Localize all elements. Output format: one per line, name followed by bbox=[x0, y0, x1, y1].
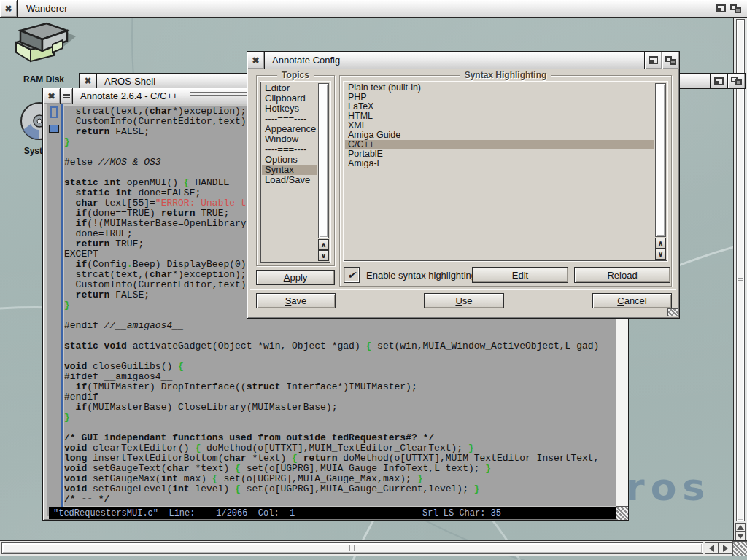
syntax-scrollbar[interactable] bbox=[655, 83, 666, 237]
code-line[interactable]: void setGaugeMax(int max) { set(o[UGPRG]… bbox=[64, 474, 616, 484]
list-item[interactable]: Amiga Guide bbox=[345, 131, 654, 140]
editor-gutter[interactable] bbox=[47, 104, 63, 516]
dialog-separator bbox=[250, 289, 676, 290]
list-item[interactable]: Options bbox=[262, 155, 317, 165]
scroll-down-button[interactable] bbox=[735, 532, 746, 540]
list-item[interactable]: PortablE bbox=[345, 149, 654, 159]
code-line[interactable]: void setGaugeText(char *text) { set(o[UG… bbox=[64, 464, 616, 474]
code-line[interactable]: if(MUIMasterBase) CloseLibrary(MUIMaster… bbox=[64, 402, 616, 413]
iconify-icon[interactable] bbox=[61, 88, 73, 104]
zoom-icon[interactable] bbox=[644, 52, 662, 69]
hscroll-track[interactable] bbox=[1, 542, 703, 554]
depth-icon[interactable] bbox=[728, 0, 743, 17]
syntax-list: Plain text (built-in)PHPLaTeXHTMLXMLAmig… bbox=[345, 83, 654, 260]
topics-scroll-thumb[interactable] bbox=[320, 85, 328, 237]
close-icon[interactable]: ✖ bbox=[80, 74, 97, 88]
desktop-horizontal-scrollbar[interactable] bbox=[0, 540, 747, 556]
dialog-titlebar[interactable]: ✖ Annotate Config bbox=[247, 52, 679, 69]
scroll-up-button[interactable] bbox=[735, 523, 746, 532]
code-line[interactable]: /* GUI independant functions used from o… bbox=[64, 433, 616, 443]
status-file-position: "tedRequestersMUI.c" Line: 1/2066 Col: 1 bbox=[53, 508, 295, 518]
topics-group-label: Topics bbox=[277, 70, 314, 80]
list-item[interactable]: Window bbox=[262, 134, 317, 144]
list-item[interactable]: ----===---- bbox=[262, 144, 317, 155]
depth-icon[interactable] bbox=[727, 74, 745, 88]
desktop-vertical-scrollbar[interactable] bbox=[733, 18, 747, 540]
close-glyph: ✖ bbox=[47, 91, 55, 101]
close-icon[interactable]: ✖ bbox=[43, 88, 61, 104]
scroll-right-button[interactable] bbox=[719, 542, 732, 554]
zoom-icon[interactable] bbox=[710, 74, 727, 88]
code-line[interactable]: } bbox=[64, 413, 616, 423]
list-item[interactable]: C/C++ bbox=[345, 140, 654, 149]
disk-drive-icon bbox=[9, 20, 79, 70]
down-chevron-icon: ∨ bbox=[657, 250, 663, 258]
syntax-scroll-up-button[interactable]: ∧ bbox=[655, 238, 666, 249]
cancel-button[interactable]: Cancel bbox=[592, 293, 672, 308]
topics-scroll-down-button[interactable]: ∨ bbox=[318, 250, 329, 261]
syntax-group: Syntax Highlighting Plain text (built-in… bbox=[339, 75, 672, 287]
list-item[interactable]: Syntax bbox=[262, 165, 317, 175]
zoom-icon[interactable] bbox=[713, 0, 728, 17]
screen-menubar[interactable]: ✖ Wanderer bbox=[0, 0, 747, 18]
list-item[interactable]: Editor bbox=[262, 83, 317, 93]
enable-syntax-checkbox[interactable]: ✔ bbox=[344, 267, 360, 283]
code-line[interactable]: void closeGuiLibs() { bbox=[64, 362, 616, 372]
code-line[interactable]: static void activateGadget(Object *win, … bbox=[64, 341, 616, 351]
topics-listbox: EditorClipboardHotkeys----===----Appeare… bbox=[260, 82, 330, 262]
list-item[interactable]: Plain text (built-in) bbox=[345, 83, 654, 93]
scroll-left-button[interactable] bbox=[705, 542, 719, 554]
dialog-body: Topics EditorClipboardHotkeys----===----… bbox=[247, 69, 679, 318]
code-line[interactable]: void setGaugeLevel(int level) { set(o[UG… bbox=[64, 484, 616, 494]
list-item[interactable]: Appearence bbox=[262, 124, 317, 134]
editor-statusbar: "tedRequestersMUI.c" Line: 1/2066 Col: 1… bbox=[49, 508, 617, 519]
topics-scroll-up-button[interactable]: ∧ bbox=[318, 239, 329, 250]
reload-button[interactable]: Reload bbox=[574, 267, 670, 283]
code-line[interactable]: #endif //__amigaos4__ bbox=[64, 321, 616, 331]
code-line[interactable]: void clearTextEditor() { doMethod(o[UTTX… bbox=[64, 443, 616, 454]
code-line[interactable]: if(IMUIMaster) DropInterface((struct Int… bbox=[64, 382, 616, 392]
save-button[interactable]: Save bbox=[256, 293, 336, 308]
edit-button[interactable]: Edit bbox=[472, 267, 568, 283]
depth-icon[interactable] bbox=[662, 52, 679, 69]
dialog-resize-grip[interactable] bbox=[667, 308, 678, 316]
topics-scrollbar[interactable] bbox=[318, 83, 329, 238]
list-item[interactable]: Amiga-E bbox=[345, 159, 654, 168]
apply-button[interactable]: Apply bbox=[256, 270, 335, 285]
list-item[interactable]: HTML bbox=[345, 112, 654, 121]
code-line[interactable] bbox=[64, 423, 616, 433]
dialog-title: Annotate Config bbox=[265, 55, 347, 66]
hscroll-thumb[interactable] bbox=[3, 544, 702, 553]
editor-resize-grip[interactable] bbox=[616, 506, 628, 520]
close-icon[interactable]: ✖ bbox=[247, 52, 265, 69]
list-item[interactable]: LaTeX bbox=[345, 102, 654, 112]
code-line[interactable] bbox=[64, 351, 616, 362]
desktop-resize-grip[interactable] bbox=[732, 541, 747, 556]
code-line[interactable] bbox=[64, 331, 616, 341]
code-line[interactable]: #endif bbox=[64, 392, 616, 402]
close-glyph: ✖ bbox=[252, 55, 259, 66]
up-chevron-icon: ∧ bbox=[320, 241, 326, 249]
list-item[interactable]: PHP bbox=[345, 93, 654, 102]
vscroll-track[interactable] bbox=[736, 19, 745, 521]
vscroll-thumb[interactable] bbox=[738, 20, 743, 520]
syntax-scroll-down-button[interactable]: ∨ bbox=[655, 249, 666, 260]
ram-disk-icon[interactable]: RAM Disk bbox=[6, 20, 82, 85]
aros-screen: ros RAM Disk System ✖ AROS-Shell bbox=[0, 0, 747, 560]
list-item[interactable]: Clipboard bbox=[262, 93, 317, 104]
list-item[interactable]: Load/Save bbox=[262, 175, 317, 185]
dialog-titlebar-drag-area[interactable] bbox=[347, 52, 644, 69]
use-button[interactable]: Use bbox=[424, 293, 504, 308]
enable-syntax-label: Enable syntax highlighting bbox=[366, 270, 476, 281]
code-line[interactable]: /* -- */ bbox=[64, 494, 616, 505]
up-arrow-icon bbox=[737, 525, 744, 530]
check-icon: ✔ bbox=[347, 269, 356, 281]
fold-marker-icon[interactable] bbox=[50, 106, 58, 118]
list-item[interactable]: ----===---- bbox=[262, 114, 317, 124]
code-line[interactable]: #ifdef __amigaos4__ bbox=[64, 372, 616, 382]
syntax-scroll-thumb[interactable] bbox=[657, 85, 665, 236]
code-line[interactable]: long insertTextEditorBottom(char *text) … bbox=[64, 454, 616, 464]
bookmark-marker-icon[interactable] bbox=[49, 125, 59, 133]
close-icon[interactable]: ✖ bbox=[0, 0, 18, 17]
list-item[interactable]: Hotkeys bbox=[262, 104, 317, 114]
